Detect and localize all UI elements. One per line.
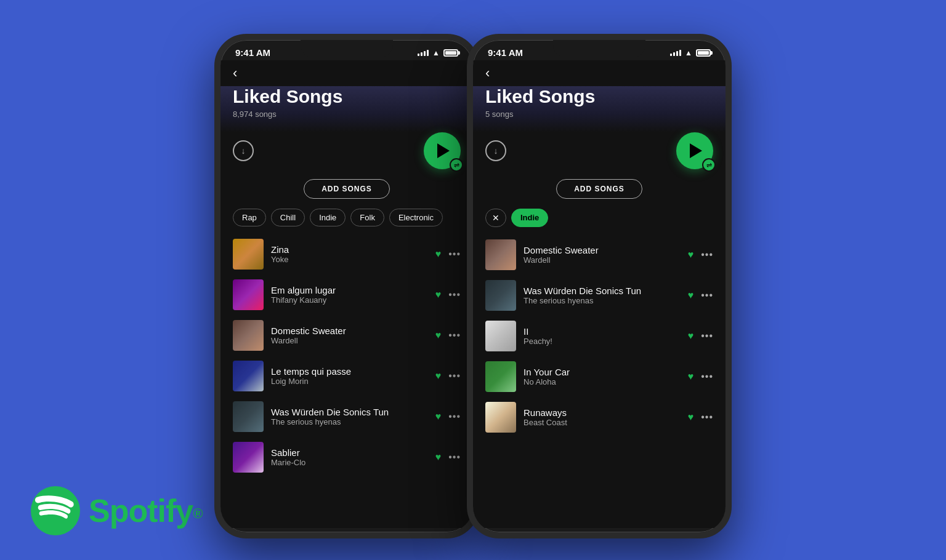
heart-icon-runaways[interactable]: ♥ — [688, 412, 694, 423]
song-title-waszurden-r: Was Würden Die Sonics Tun — [524, 286, 681, 296]
song-info-em: Em algum lugar Thifany Kauany — [271, 285, 428, 305]
song-actions-letps: ♥ ••• — [435, 370, 461, 382]
filter-chip-indie-active[interactable]: Indie — [511, 209, 548, 227]
back-button-left[interactable]: ‹ — [220, 60, 473, 86]
heart-icon-zina[interactable]: ♥ — [435, 249, 442, 260]
download-button-left[interactable]: ↓ — [233, 140, 254, 161]
filter-chip-indie[interactable]: Indie — [310, 209, 346, 226]
song-actions-ii: ♥ ••• — [688, 330, 713, 342]
signal-icon-right — [670, 50, 681, 56]
download-button-right[interactable]: ↓ — [485, 140, 506, 161]
song-count-right: 5 songs — [485, 110, 713, 119]
more-icon-runaways[interactable]: ••• — [701, 412, 713, 423]
filter-chip-rap[interactable]: Rap — [233, 209, 266, 226]
song-item-sablier[interactable]: Sablier Marie-Clo ♥ ••• — [220, 437, 473, 478]
heart-icon-domestic-r[interactable]: ♥ — [688, 249, 694, 260]
phone-left: 9:41 AM ▲ ‹ Liked Songs 8,974 so — [214, 34, 479, 538]
heart-icon-em[interactable]: ♥ — [435, 289, 442, 300]
song-info-waszurden: Was Würden Die Sonics Tun The serious hy… — [271, 407, 428, 426]
song-info-inyourcar: In Your Car No Aloha — [524, 367, 681, 386]
play-group-right: ⇌ — [676, 132, 713, 169]
song-title-sablier: Sablier — [271, 447, 428, 458]
phones-container: 9:41 AM ▲ ‹ Liked Songs 8,974 so — [214, 34, 732, 538]
wifi-icon: ▲ — [432, 49, 440, 57]
heart-icon-letps[interactable]: ♥ — [435, 370, 442, 382]
song-list-right: Domestic Sweater Wardell ♥ ••• Was Würde… — [473, 234, 726, 438]
song-item-ii[interactable]: II Peachy! ♥ ••• — [473, 316, 726, 356]
song-title-zina: Zina — [271, 244, 428, 255]
heart-icon-waszurden[interactable]: ♥ — [435, 411, 442, 422]
song-item-em[interactable]: Em algum lugar Thifany Kauany ♥ ••• — [220, 274, 473, 315]
filter-chip-folk[interactable]: Folk — [350, 209, 384, 226]
more-icon-em[interactable]: ••• — [448, 289, 461, 300]
song-art-domestic-r — [485, 239, 516, 270]
heart-icon-domestic[interactable]: ♥ — [435, 330, 442, 341]
song-art-waszurden — [233, 401, 264, 432]
notch-left — [301, 40, 393, 57]
song-artist-zina: Yoke — [271, 255, 428, 264]
spotify-brand: Spotify® — [31, 486, 202, 535]
more-icon-domestic[interactable]: ••• — [448, 330, 461, 341]
song-art-em — [233, 279, 264, 310]
more-icon-ii[interactable]: ••• — [701, 330, 713, 342]
song-title-ii: II — [524, 326, 681, 337]
status-icons-left: ▲ — [418, 49, 458, 57]
song-art-inyourcar — [485, 361, 516, 392]
spotify-wordmark: Spotify® — [89, 492, 202, 529]
song-artist-waszurden: The serious hyenas — [271, 417, 428, 426]
filter-chip-electronic[interactable]: Electronic — [389, 209, 443, 226]
page-header-left: Liked Songs 8,974 songs — [220, 86, 473, 132]
heart-icon-sablier[interactable]: ♥ — [435, 452, 442, 463]
song-item-inyourcar[interactable]: In Your Car No Aloha ♥ ••• — [473, 356, 726, 397]
song-info-letps: Le temps qui passe Loig Morin — [271, 366, 428, 386]
play-icon — [437, 143, 450, 158]
more-icon-sablier[interactable]: ••• — [448, 452, 461, 463]
song-item-waszurden-r[interactable]: Was Würden Die Sonics Tun The serious hy… — [473, 275, 726, 316]
song-artist-inyourcar: No Aloha — [524, 377, 681, 386]
more-icon-inyourcar[interactable]: ••• — [701, 371, 713, 382]
shuffle-badge-left[interactable]: ⇌ — [450, 158, 463, 172]
filter-close-button[interactable]: ✕ — [485, 209, 506, 227]
song-title-runaways: Runaways — [524, 407, 681, 418]
song-art-sablier — [233, 442, 264, 473]
song-artist-em: Thifany Kauany — [271, 295, 428, 305]
song-artist-waszurden-r: The serious hyenas — [524, 296, 681, 305]
song-art-letps — [233, 361, 264, 391]
shuffle-badge-right[interactable]: ⇌ — [702, 158, 716, 172]
notch-right — [553, 40, 645, 57]
heart-icon-inyourcar[interactable]: ♥ — [688, 371, 694, 382]
more-icon-waszurden[interactable]: ••• — [448, 411, 461, 422]
song-item-letps[interactable]: Le temps qui passe Loig Morin ♥ ••• — [220, 356, 473, 396]
add-songs-button-right[interactable]: ADD SONGS — [556, 179, 642, 199]
more-icon-zina[interactable]: ••• — [448, 249, 461, 260]
add-songs-wrapper-right: ADD SONGS — [473, 179, 726, 209]
heart-icon-ii[interactable]: ♥ — [688, 330, 694, 342]
more-icon-waszurden-r[interactable]: ••• — [701, 290, 713, 301]
more-icon-domestic-r[interactable]: ••• — [701, 249, 713, 260]
song-actions-waszurden-r: ♥ ••• — [688, 290, 713, 301]
back-button-right[interactable]: ‹ — [473, 60, 726, 86]
song-info-waszurden-r: Was Würden Die Sonics Tun The serious hy… — [524, 286, 681, 305]
song-artist-domestic-r: Wardell — [524, 255, 681, 265]
heart-icon-waszurden-r[interactable]: ♥ — [688, 290, 694, 301]
song-item-waszurden[interactable]: Was Würden Die Sonics Tun The serious hy… — [220, 396, 473, 437]
song-info-runaways: Runaways Beast Coast — [524, 407, 681, 427]
song-actions-em: ♥ ••• — [435, 289, 461, 300]
signal-icon — [418, 50, 429, 56]
controls-row-right: ↓ ⇌ — [473, 132, 726, 179]
song-title-domestic-r: Domestic Sweater — [524, 245, 681, 255]
song-title-inyourcar: In Your Car — [524, 367, 681, 377]
song-info-sablier: Sablier Marie-Clo — [271, 447, 428, 467]
song-art-runaways — [485, 402, 516, 433]
add-songs-button-left[interactable]: ADD SONGS — [304, 179, 390, 199]
more-icon-letps[interactable]: ••• — [448, 370, 461, 382]
song-list-left: Zina Yoke ♥ ••• Em algum lugar Thifany K… — [220, 234, 473, 478]
phone-right: 9:41 AM ▲ ‹ Liked Songs 5 songs — [467, 34, 732, 538]
song-item-zina[interactable]: Zina Yoke ♥ ••• — [220, 234, 473, 274]
song-item-domestic-r[interactable]: Domestic Sweater Wardell ♥ ••• — [473, 234, 726, 275]
filter-chip-chill[interactable]: Chill — [271, 209, 305, 226]
song-item-domestic[interactable]: Domestic Sweater Wardell ♥ ••• — [220, 315, 473, 356]
song-item-runaways[interactable]: Runaways Beast Coast ♥ ••• — [473, 397, 726, 438]
play-group-left: ⇌ — [424, 132, 461, 169]
filter-chips-right: ✕ Indie — [473, 209, 726, 234]
